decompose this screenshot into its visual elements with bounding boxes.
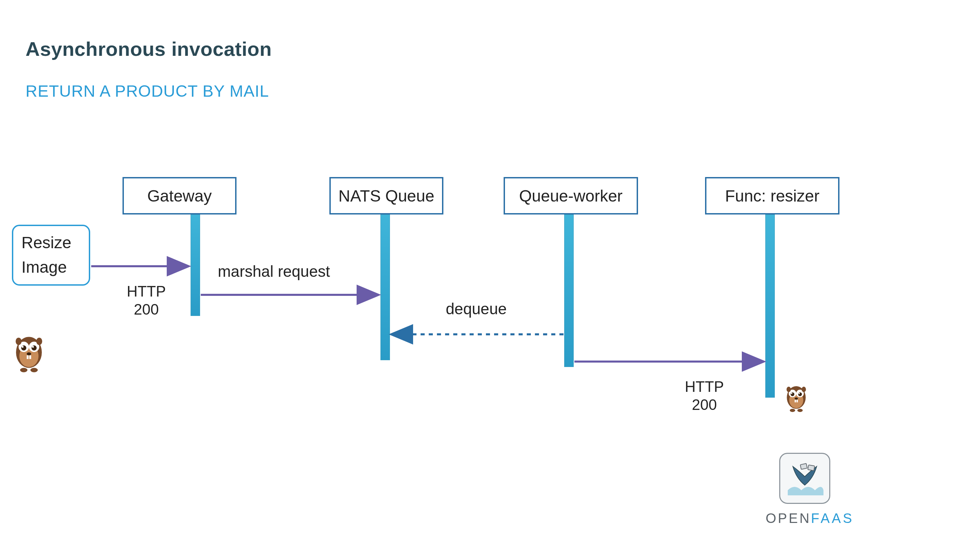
svg-point-28: [790, 409, 795, 412]
lifeline-gateway-head: Gateway: [123, 177, 237, 215]
gopher-icon: [10, 330, 48, 375]
openfaas-logo-icon: [779, 453, 830, 504]
lifeline-worker-head: Queue-worker: [504, 177, 638, 215]
lifeline-worker-bar: [564, 215, 574, 367]
lifeline-func-label: Func: resizer: [725, 187, 819, 205]
svg-point-8: [27, 352, 31, 355]
label-http200-func: HTTP 200: [677, 378, 732, 414]
actor-resize-image: Resize Image: [12, 225, 90, 285]
svg-point-5: [32, 345, 37, 350]
label-dequeue: dequeue: [446, 300, 507, 318]
lifeline-nats-bar: [380, 215, 390, 360]
lifeline-nats-head: NATS Queue: [329, 177, 443, 215]
svg-rect-10: [29, 355, 31, 359]
lifeline-nats-label: NATS Queue: [339, 187, 434, 205]
whale-tail-icon: [784, 458, 825, 499]
actor-label-line2: Image: [21, 257, 81, 278]
svg-point-12: [37, 338, 42, 345]
svg-rect-31: [808, 465, 815, 471]
svg-point-6: [22, 346, 24, 348]
svg-point-26: [787, 387, 791, 392]
label-http200-gateway: HTTP 200: [119, 282, 173, 319]
arrow-layer: [0, 0, 980, 542]
svg-point-20: [798, 392, 802, 396]
svg-point-13: [20, 368, 27, 373]
svg-point-23: [795, 398, 798, 400]
svg-point-7: [32, 346, 34, 348]
svg-point-29: [797, 409, 803, 412]
lifeline-gateway-bar: [191, 215, 200, 316]
lifeline-gateway-label: Gateway: [147, 187, 212, 205]
gopher-icon-small: [783, 381, 810, 414]
label-marshal-request: marshal request: [218, 262, 330, 281]
actor-label-line1: Resize: [21, 232, 81, 253]
svg-rect-24: [795, 400, 796, 402]
svg-rect-9: [27, 355, 29, 359]
svg-point-4: [21, 345, 26, 350]
logo-faas: FAAS: [811, 511, 854, 526]
lifeline-func-bar: [765, 215, 775, 398]
logo-open: OPEN: [765, 511, 811, 526]
sequence-diagram: Resize Image Gateway NATS Queue Queue-wo…: [0, 0, 980, 542]
svg-point-27: [802, 387, 806, 392]
svg-point-22: [799, 393, 800, 394]
openfaas-logo-text: OPENFAAS: [765, 511, 854, 526]
lifeline-func-head: Func: resizer: [705, 177, 840, 215]
svg-point-21: [791, 393, 792, 394]
lifeline-worker-label: Queue-worker: [519, 187, 622, 205]
svg-point-14: [30, 368, 38, 373]
svg-point-19: [791, 392, 794, 396]
svg-rect-25: [797, 400, 798, 402]
svg-point-11: [16, 338, 21, 345]
svg-rect-30: [800, 463, 808, 469]
